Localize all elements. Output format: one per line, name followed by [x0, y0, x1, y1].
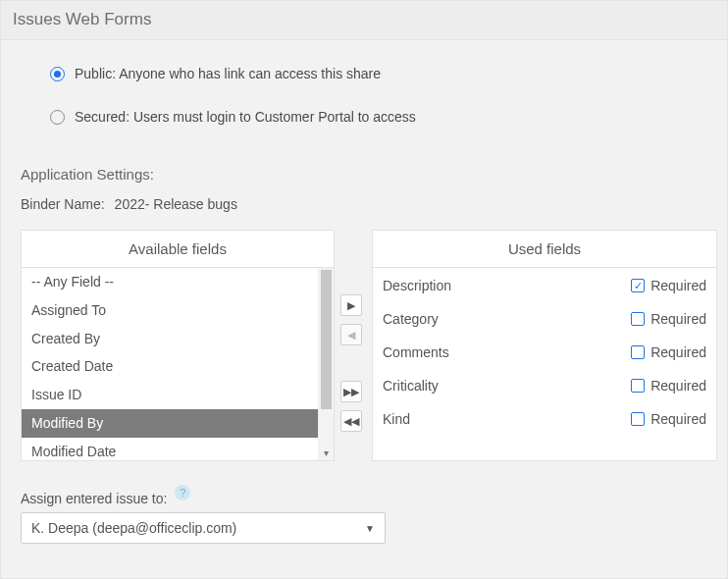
- used-field-name: Description: [383, 278, 451, 293]
- available-fields-header: Available fields: [22, 231, 334, 268]
- checkbox-icon: ✓: [631, 279, 645, 292]
- required-checkbox[interactable]: ✓Required: [631, 378, 706, 394]
- move-buttons: ▶ ◀ ▶▶ ◀◀: [340, 230, 362, 461]
- required-label: Required: [650, 311, 706, 327]
- used-field-row: Category✓Required: [383, 303, 706, 337]
- radio-icon: [50, 110, 65, 125]
- checkbox-icon: ✓: [631, 412, 645, 426]
- available-fields-list[interactable]: -- Any Field --Assigned ToCreated ByCrea…: [22, 268, 318, 460]
- access-secured-label: Secured: Users must login to Customer Po…: [75, 109, 416, 125]
- arrow-right-icon: ▶: [347, 299, 355, 312]
- list-item[interactable]: Created Date: [22, 352, 318, 381]
- scrollbar[interactable]: ▾: [318, 268, 334, 460]
- list-item[interactable]: Assigned To: [22, 296, 318, 325]
- used-fields-body: Description✓RequiredCategory✓RequiredCom…: [373, 268, 716, 460]
- used-field-name: Kind: [383, 411, 410, 427]
- required-checkbox[interactable]: ✓Required: [631, 311, 706, 327]
- help-icon[interactable]: ?: [175, 485, 190, 500]
- page-body: Public: Anyone who has link can access t…: [1, 40, 727, 544]
- used-field-row: Description✓Required: [383, 270, 706, 303]
- application-settings-heading: Application Settings:: [21, 166, 707, 183]
- page-root: Issues Web Forms Public: Anyone who has …: [0, 0, 728, 579]
- available-fields-panel: Available fields -- Any Field --Assigned…: [21, 230, 335, 461]
- access-public-label: Public: Anyone who has link can access t…: [75, 66, 381, 81]
- list-item[interactable]: Modified By: [22, 409, 318, 438]
- required-label: Required: [650, 278, 706, 293]
- assign-select[interactable]: K. Deepa (deepa@officeclip.com) ▼: [21, 512, 386, 544]
- required-label: Required: [650, 378, 706, 394]
- binder-name-row: Binder Name: 2022- Release bugs: [21, 196, 707, 212]
- checkbox-icon: ✓: [631, 345, 645, 359]
- list-item[interactable]: -- Any Field --: [22, 268, 318, 296]
- used-field-name: Criticality: [383, 378, 439, 394]
- required-checkbox[interactable]: ✓Required: [631, 344, 706, 360]
- binder-name-label: Binder Name:: [21, 196, 105, 212]
- move-left-button[interactable]: ◀: [340, 324, 362, 345]
- used-field-name: Comments: [383, 344, 449, 360]
- used-fields-header: Used fields: [373, 231, 716, 268]
- used-fields-list: Description✓RequiredCategory✓RequiredCom…: [373, 268, 716, 439]
- assign-label: Assign entered issue to:: [21, 491, 167, 506]
- page-title: Issues Web Forms: [1, 1, 727, 40]
- list-item[interactable]: Modified Date: [22, 438, 318, 460]
- scroll-thumb[interactable]: [321, 270, 332, 409]
- available-fields-body: -- Any Field --Assigned ToCreated ByCrea…: [22, 268, 334, 460]
- required-checkbox[interactable]: ✓Required: [631, 278, 706, 293]
- required-checkbox[interactable]: ✓Required: [631, 411, 706, 427]
- field-picker: Available fields -- Any Field --Assigned…: [21, 230, 707, 461]
- used-field-name: Category: [383, 311, 439, 327]
- assign-label-row: Assign entered issue to: ?: [21, 491, 707, 506]
- double-arrow-left-icon: ◀◀: [343, 415, 359, 428]
- radio-icon: [50, 67, 65, 81]
- list-item[interactable]: Created By: [22, 325, 318, 353]
- used-field-row: Comments✓Required: [383, 337, 706, 370]
- chevron-down-icon: ▼: [365, 523, 375, 534]
- used-fields-panel: Used fields Description✓RequiredCategory…: [372, 230, 717, 461]
- required-label: Required: [650, 344, 706, 360]
- arrow-left-icon: ◀: [347, 329, 355, 342]
- move-all-right-button[interactable]: ▶▶: [340, 381, 362, 402]
- access-radio-group: Public: Anyone who has link can access t…: [21, 40, 707, 158]
- move-all-left-button[interactable]: ◀◀: [340, 410, 362, 432]
- checkbox-icon: ✓: [631, 379, 645, 393]
- access-secured-option[interactable]: Secured: Users must login to Customer Po…: [50, 109, 678, 125]
- double-arrow-right-icon: ▶▶: [343, 386, 359, 398]
- scroll-down-button[interactable]: ▾: [319, 445, 334, 460]
- access-public-option[interactable]: Public: Anyone who has link can access t…: [50, 66, 678, 81]
- binder-name-value: 2022- Release bugs: [115, 196, 237, 212]
- used-field-row: Criticality✓Required: [383, 370, 706, 403]
- move-right-button[interactable]: ▶: [340, 294, 362, 316]
- checkbox-icon: ✓: [631, 312, 645, 326]
- used-field-row: Kind✓Required: [383, 403, 706, 437]
- assign-select-value: K. Deepa (deepa@officeclip.com): [31, 520, 236, 536]
- list-item[interactable]: Issue ID: [22, 381, 318, 409]
- required-label: Required: [650, 411, 706, 427]
